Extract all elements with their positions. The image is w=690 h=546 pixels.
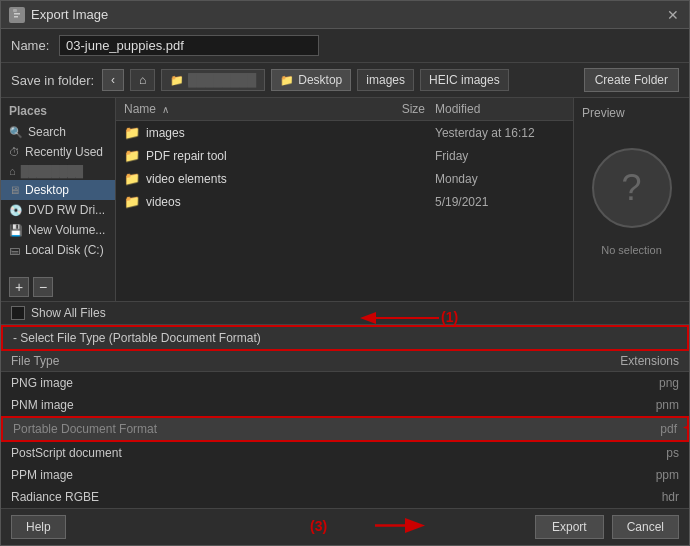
file-item[interactable]: 📁 videos 5/19/2021 — [116, 190, 573, 213]
sidebar-item-desktop[interactable]: 🖥 Desktop — [1, 180, 115, 200]
export-image-dialog: Export Image ✕ Name: Save in folder: ‹ ⌂… — [0, 0, 690, 546]
sidebar-item-search[interactable]: 🔍 Search — [1, 122, 115, 142]
show-all-label[interactable]: Show All Files — [31, 306, 106, 320]
help-button[interactable]: Help — [11, 515, 66, 539]
col-type-header: File Type — [11, 354, 599, 368]
col-modified-header: Modified — [435, 102, 565, 116]
file-name: video elements — [146, 172, 375, 186]
cancel-button[interactable]: Cancel — [612, 515, 679, 539]
filename-input[interactable] — [59, 35, 319, 56]
ft-name-png: PNG image — [11, 376, 599, 390]
sidebar-label-home: ████████ — [21, 165, 83, 177]
file-modified: Monday — [435, 172, 565, 186]
sidebar-label-disk: Local Disk (C:) — [25, 243, 104, 257]
ft-row-pnm[interactable]: PNM image pnm — [1, 394, 689, 416]
ft-ext-pnm: pnm — [599, 398, 679, 412]
sidebar-item-local-disk[interactable]: 🖴 Local Disk (C:) — [1, 240, 115, 260]
ft-row-pdf[interactable]: Portable Document Format pdf (2) — [1, 416, 689, 442]
ft-name-ps: PostScript document — [11, 446, 599, 460]
sidebar-item-home[interactable]: ⌂ ████████ — [1, 162, 115, 180]
ft-row-png[interactable]: PNG image png — [1, 372, 689, 394]
sidebar-label-dvd: DVD RW Dri... — [28, 203, 105, 217]
folder-icon-2: 📁 — [280, 74, 294, 87]
preview-icon-area: ? — [592, 148, 672, 228]
file-name: videos — [146, 195, 375, 209]
sidebar-item-new-volume[interactable]: 💾 New Volume... — [1, 220, 115, 240]
folder-icon: 📁 — [170, 74, 184, 87]
dialog-icon — [9, 7, 25, 23]
sidebar-label-search: Search — [28, 125, 66, 139]
folder-icon: 📁 — [124, 194, 140, 209]
file-type-list: PNG image png PNM image pnm — [1, 372, 689, 508]
col-ext-header: Extensions — [599, 354, 679, 368]
file-modified: 5/19/2021 — [435, 195, 565, 209]
home-folder-icon: ⌂ — [9, 165, 16, 177]
preview-question-icon: ? — [621, 167, 641, 209]
file-item[interactable]: 📁 PDF repair tool Friday — [116, 144, 573, 167]
volume-icon: 💾 — [9, 224, 23, 237]
col-size-header: Size — [375, 102, 425, 116]
ft-row-ppm[interactable]: PPM image ppm — [1, 464, 689, 486]
folder-icon: 📁 — [124, 125, 140, 140]
home-icon: ⌂ — [139, 73, 146, 87]
export-button[interactable]: Export — [535, 515, 604, 539]
bottom-area: Show All Files (1) - Select File Type (P… — [1, 301, 689, 545]
ft-name-pdf: Portable Document Format — [13, 422, 597, 436]
svg-rect-0 — [11, 11, 23, 20]
show-all-row: Show All Files — [1, 302, 689, 324]
nav-back-button[interactable]: ‹ — [102, 69, 124, 91]
name-row: Name: — [1, 29, 689, 63]
ft-row-hdr[interactable]: Radiance RGBE hdr — [1, 486, 689, 508]
main-area: Places 🔍 Search ⏱ Recently Used ⌂ ██████… — [1, 98, 689, 301]
sidebar-label-recently: Recently Used — [25, 145, 103, 159]
breadcrumb-images-label: images — [366, 73, 405, 87]
file-modified: Yesterday at 16:12 — [435, 126, 565, 140]
breadcrumb-heic[interactable]: HEIC images — [420, 69, 509, 91]
file-type-columns-header: File Type Extensions — [1, 351, 689, 372]
create-folder-button[interactable]: Create Folder — [584, 68, 679, 92]
file-type-header[interactable]: - Select File Type (Portable Document Fo… — [1, 325, 689, 351]
ft-name-ppm: PPM image — [11, 468, 599, 482]
breadcrumb-images[interactable]: images — [357, 69, 414, 91]
file-item[interactable]: 📁 video elements Monday — [116, 167, 573, 190]
show-all-checkbox[interactable] — [11, 306, 25, 320]
breadcrumb-masked[interactable]: 📁 ████████ — [161, 69, 265, 91]
file-list: 📁 images Yesterday at 16:12 📁 PDF repair… — [116, 121, 573, 301]
ft-ext-png: png — [599, 376, 679, 390]
sidebar: Places 🔍 Search ⏱ Recently Used ⌂ ██████… — [1, 98, 116, 301]
folder-icon: 📁 — [124, 171, 140, 186]
file-name: PDF repair tool — [146, 149, 375, 163]
dvd-icon: 💿 — [9, 204, 23, 217]
sidebar-label-volume: New Volume... — [28, 223, 105, 237]
sidebar-actions: + − — [1, 273, 115, 301]
disk-icon: 🖴 — [9, 244, 20, 256]
file-item[interactable]: 📁 images Yesterday at 16:12 — [116, 121, 573, 144]
breadcrumb-desktop-label: Desktop — [298, 73, 342, 87]
file-list-header: Name ∧ Size Modified — [116, 98, 573, 121]
col-name-header[interactable]: Name ∧ — [124, 102, 375, 116]
ft-ext-ps: ps — [599, 446, 679, 460]
name-label: Name: — [11, 38, 51, 53]
close-button[interactable]: ✕ — [665, 7, 681, 23]
search-icon: 🔍 — [9, 126, 23, 139]
ft-row-ps[interactable]: PostScript document ps — [1, 442, 689, 464]
sidebar-remove-button[interactable]: − — [33, 277, 53, 297]
folder-icon: 📁 — [124, 148, 140, 163]
file-name: images — [146, 126, 375, 140]
sidebar-item-recently-used[interactable]: ⏱ Recently Used — [1, 142, 115, 162]
sidebar-label-desktop: Desktop — [25, 183, 69, 197]
breadcrumb-heic-label: HEIC images — [429, 73, 500, 87]
svg-rect-3 — [14, 16, 18, 18]
sidebar-header: Places — [1, 98, 115, 122]
title-bar: Export Image ✕ — [1, 1, 689, 29]
file-list-area: Name ∧ Size Modified 📁 images Yesterday … — [116, 98, 574, 301]
breadcrumb-home[interactable]: ⌂ — [130, 69, 155, 91]
preview-no-selection: No selection — [601, 244, 662, 256]
breadcrumb-desktop[interactable]: 📁 Desktop — [271, 69, 351, 91]
svg-rect-1 — [13, 9, 17, 12]
ft-ext-ppm: ppm — [599, 468, 679, 482]
sidebar-item-dvd[interactable]: 💿 DVD RW Dri... — [1, 200, 115, 220]
sidebar-add-button[interactable]: + — [9, 277, 29, 297]
breadcrumb-masked-label: ████████ — [188, 73, 256, 87]
folder-label: Save in folder: — [11, 73, 96, 88]
